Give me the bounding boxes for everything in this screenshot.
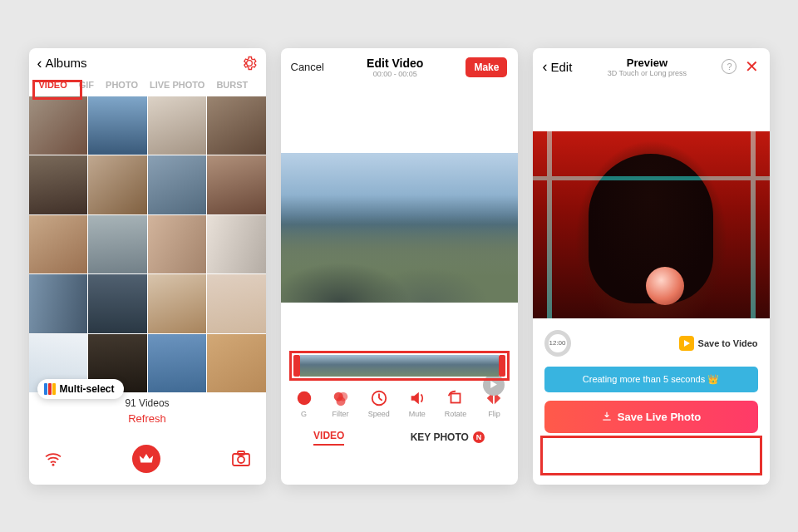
video-thumb[interactable] bbox=[88, 274, 147, 333]
bottom-bar bbox=[29, 436, 266, 485]
bg-icon bbox=[295, 389, 313, 407]
video-thumb[interactable] bbox=[29, 155, 88, 214]
tab-key-photo[interactable]: KEY PHOTO N bbox=[411, 430, 485, 446]
svg-rect-1 bbox=[233, 454, 249, 466]
edit-video-screen: Cancel Edit Video 00:00 - 00:05 Make G F… bbox=[281, 48, 518, 485]
back-label: Albums bbox=[46, 56, 87, 70]
save-to-video-button[interactable]: Save to Video bbox=[679, 336, 758, 351]
time-range: 00:00 - 00:05 bbox=[367, 70, 423, 78]
trim-handle-left[interactable] bbox=[293, 355, 300, 377]
trim-timeline[interactable] bbox=[289, 351, 510, 381]
video-thumb[interactable] bbox=[207, 155, 266, 214]
chevron-left-icon: ‹ bbox=[543, 59, 548, 74]
tab-live-photo[interactable]: LIVE PHOTO bbox=[150, 80, 204, 90]
timeline-frame[interactable] bbox=[324, 355, 349, 377]
download-icon bbox=[601, 411, 613, 422]
duration-chip[interactable]: 12:00 bbox=[544, 330, 571, 357]
tool-mute[interactable]: Mute bbox=[408, 389, 426, 418]
media-type-tabs: VIDEO GIF PHOTO LIVE PHOTO BURST bbox=[29, 75, 266, 96]
save-live-photo-button[interactable]: Save Live Photo bbox=[544, 401, 758, 433]
new-badge: N bbox=[473, 431, 485, 443]
crown-icon bbox=[139, 453, 154, 465]
video-thumb[interactable] bbox=[207, 215, 266, 274]
refresh-button[interactable]: Refresh bbox=[29, 411, 266, 433]
edit-title: Edit Video bbox=[367, 57, 423, 70]
tool-row: G Filter Speed Mute Rotate Flip bbox=[281, 381, 518, 423]
tab-burst[interactable]: BURST bbox=[216, 80, 248, 90]
svg-rect-9 bbox=[451, 393, 461, 402]
editor-tabs: VIDEO KEY PHOTO N bbox=[281, 423, 518, 454]
trim-handle-right[interactable] bbox=[499, 355, 505, 377]
albums-screen: ‹ Albums VIDEO GIF PHOTO LIVE PHOTO BURS… bbox=[29, 48, 266, 485]
video-thumb[interactable] bbox=[148, 155, 207, 214]
camera-button[interactable] bbox=[231, 451, 251, 467]
timeline-frame[interactable] bbox=[399, 355, 424, 377]
multi-select-button[interactable]: Multi-select bbox=[37, 379, 124, 399]
edit-title-block: Edit Video 00:00 - 00:05 bbox=[367, 57, 423, 78]
preview-screen: ‹ Edit Preview 3D Touch or Long press ? … bbox=[533, 48, 770, 485]
multi-select-label: Multi-select bbox=[60, 383, 115, 395]
tab-photo[interactable]: PHOTO bbox=[106, 80, 138, 90]
timeline-frame[interactable] bbox=[349, 355, 374, 377]
svg-point-4 bbox=[297, 391, 311, 405]
premium-button[interactable] bbox=[132, 445, 160, 473]
video-thumb[interactable] bbox=[29, 215, 88, 274]
back-edit[interactable]: ‹ Edit bbox=[543, 59, 573, 74]
speed-icon bbox=[370, 389, 388, 407]
timeline-frame[interactable] bbox=[474, 355, 499, 377]
svg-rect-3 bbox=[238, 451, 244, 455]
tab-gif[interactable]: GIF bbox=[79, 80, 94, 90]
tool-bg[interactable]: G bbox=[295, 389, 313, 418]
svg-point-2 bbox=[238, 456, 244, 463]
camera-icon bbox=[231, 451, 251, 467]
rotate-icon bbox=[446, 389, 465, 407]
timeline-frame[interactable] bbox=[449, 355, 474, 377]
wifi-icon bbox=[44, 451, 62, 466]
back-albums[interactable]: ‹ Albums bbox=[37, 56, 87, 71]
settings-button[interactable] bbox=[241, 55, 258, 71]
tool-rotate[interactable]: Rotate bbox=[445, 389, 467, 418]
svg-point-0 bbox=[52, 463, 54, 466]
video-thumb[interactable] bbox=[207, 96, 266, 155]
video-thumb[interactable] bbox=[29, 96, 88, 155]
rose-prop bbox=[646, 267, 684, 305]
video-grid bbox=[29, 96, 266, 393]
tool-filter[interactable]: Filter bbox=[332, 389, 350, 418]
live-photo-preview[interactable] bbox=[533, 131, 770, 318]
video-thumb[interactable] bbox=[148, 274, 207, 333]
preview-title-block: Preview 3D Touch or Long press bbox=[608, 57, 687, 77]
video-thumb[interactable] bbox=[207, 274, 266, 333]
tab-editor-video[interactable]: VIDEO bbox=[313, 430, 344, 446]
cancel-button[interactable]: Cancel bbox=[291, 61, 324, 73]
timeline-frame[interactable] bbox=[424, 355, 449, 377]
wifi-button[interactable] bbox=[44, 451, 62, 466]
video-preview[interactable] bbox=[281, 153, 518, 303]
timeline-frame[interactable] bbox=[300, 355, 325, 377]
tab-video[interactable]: VIDEO bbox=[39, 80, 67, 90]
video-thumb[interactable] bbox=[148, 96, 207, 155]
gear-icon bbox=[241, 55, 258, 71]
close-button[interactable]: ✕ bbox=[745, 57, 759, 76]
chevron-left-icon: ‹ bbox=[37, 56, 42, 71]
back-label: Edit bbox=[551, 60, 573, 74]
highlight-save-live bbox=[540, 436, 762, 475]
video-thumb[interactable] bbox=[148, 334, 207, 393]
video-thumb[interactable] bbox=[148, 215, 207, 274]
mute-icon bbox=[408, 389, 426, 407]
video-thumb[interactable] bbox=[207, 334, 266, 393]
svg-point-7 bbox=[336, 397, 345, 406]
mountain-landscape bbox=[281, 215, 518, 303]
video-file-icon bbox=[679, 336, 694, 351]
tool-speed[interactable]: Speed bbox=[368, 389, 390, 418]
preview-subtitle: 3D Touch or Long press bbox=[608, 69, 687, 77]
duration-banner: Creating more than 5 seconds 👑 bbox=[544, 367, 758, 392]
help-button[interactable]: ? bbox=[722, 59, 736, 74]
video-thumb[interactable] bbox=[88, 96, 147, 155]
filter-icon bbox=[332, 389, 350, 407]
make-button[interactable]: Make bbox=[466, 57, 507, 77]
play-icon bbox=[489, 380, 498, 389]
video-thumb[interactable] bbox=[29, 274, 88, 333]
timeline-frame[interactable] bbox=[374, 355, 399, 377]
video-thumb[interactable] bbox=[88, 155, 147, 214]
video-thumb[interactable] bbox=[88, 215, 147, 274]
